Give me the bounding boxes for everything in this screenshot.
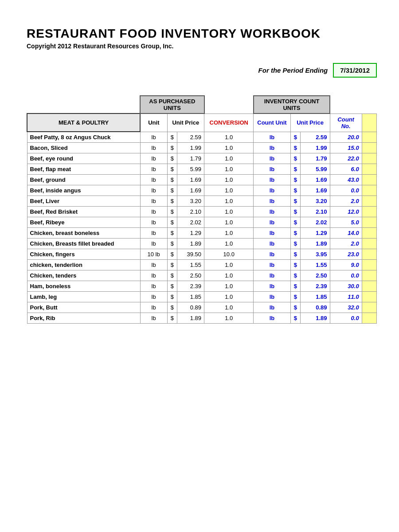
row-conv: 1.0 bbox=[204, 292, 254, 302]
row-count-no[interactable]: 43.0 bbox=[330, 175, 362, 185]
row-extra bbox=[362, 249, 376, 260]
table-row: chicken, tenderlion lb $ 1.55 1.0 lb $ 1… bbox=[27, 260, 377, 270]
row-name: Beef, ground bbox=[27, 175, 140, 185]
row-count-no[interactable]: 0.0 bbox=[330, 270, 362, 281]
row-unit-ap: lb bbox=[140, 207, 167, 217]
row-price-inv: 2.59 bbox=[301, 132, 330, 143]
row-count-no[interactable]: 20.0 bbox=[330, 132, 362, 143]
row-count-no[interactable]: 0.0 bbox=[330, 185, 362, 196]
row-dollar-ap: $ bbox=[167, 249, 177, 260]
row-count-unit: lb bbox=[254, 217, 290, 228]
row-name: Pork, Butt bbox=[27, 302, 140, 313]
row-count-no[interactable]: 6.0 bbox=[330, 164, 362, 175]
row-count-unit: lb bbox=[254, 281, 290, 292]
row-price-inv: 1.89 bbox=[301, 239, 330, 249]
row-conv: 10.0 bbox=[204, 249, 254, 260]
row-count-no[interactable]: 12.0 bbox=[330, 207, 362, 217]
row-count-no[interactable]: 14.0 bbox=[330, 228, 362, 239]
table-row: Beef, inside angus lb $ 1.69 1.0 lb $ 1.… bbox=[27, 185, 377, 196]
row-conv: 1.0 bbox=[204, 260, 254, 270]
row-price-inv: 1.69 bbox=[301, 185, 330, 196]
group-header-row: AS PURCHASED UNITS INVENTORY COUNT UNITS bbox=[27, 96, 377, 113]
page-title: RESTAURANT FOOD INVENTORY WORKBOOK bbox=[27, 27, 377, 41]
row-count-no[interactable]: 5.0 bbox=[330, 217, 362, 228]
table-row: Chicken, tenders lb $ 2.50 1.0 lb $ 2.50… bbox=[27, 270, 377, 281]
row-extra bbox=[362, 239, 376, 249]
row-count-no[interactable]: 32.0 bbox=[330, 302, 362, 313]
row-price-ap: 3.20 bbox=[177, 196, 204, 207]
row-count-no[interactable]: 22.0 bbox=[330, 153, 362, 164]
row-count-no[interactable]: 15.0 bbox=[330, 143, 362, 153]
table-row: Chicken, breast boneless lb $ 1.29 1.0 l… bbox=[27, 228, 377, 239]
table-row: Beef Patty, 8 oz Angus Chuck lb $ 2.59 1… bbox=[27, 132, 377, 143]
table-row: Lamb, leg lb $ 1.85 1.0 lb $ 1.85 11.0 bbox=[27, 292, 377, 302]
row-price-inv: 2.39 bbox=[301, 281, 330, 292]
empty-header-3 bbox=[330, 96, 362, 113]
category-header: MEAT & POULTRY bbox=[27, 113, 140, 132]
table-row: Pork, Butt lb $ 0.89 1.0 lb $ 0.89 32.0 bbox=[27, 302, 377, 313]
row-extra bbox=[362, 260, 376, 270]
row-count-unit: lb bbox=[254, 164, 290, 175]
row-dollar-ap: $ bbox=[167, 185, 177, 196]
period-row: For the Period Ending 7/31/2012 bbox=[27, 63, 377, 78]
row-count-unit: lb bbox=[254, 196, 290, 207]
row-count-no[interactable]: 9.0 bbox=[330, 260, 362, 270]
row-extra bbox=[362, 196, 376, 207]
row-extra bbox=[362, 185, 376, 196]
row-dollar-inv: $ bbox=[290, 313, 300, 324]
row-dollar-ap: $ bbox=[167, 302, 177, 313]
row-dollar-ap: $ bbox=[167, 132, 177, 143]
row-count-unit: lb bbox=[254, 143, 290, 153]
row-conv: 1.0 bbox=[204, 228, 254, 239]
row-dollar-inv: $ bbox=[290, 185, 300, 196]
table-row: Ham, boneless lb $ 2.39 1.0 lb $ 2.39 30… bbox=[27, 281, 377, 292]
row-extra bbox=[362, 143, 376, 153]
row-price-ap: 1.55 bbox=[177, 260, 204, 270]
row-unit-ap: lb bbox=[140, 153, 167, 164]
row-extra bbox=[362, 207, 376, 217]
row-count-unit: lb bbox=[254, 175, 290, 185]
row-count-unit: lb bbox=[254, 228, 290, 239]
inventory-count-header: INVENTORY COUNT UNITS bbox=[254, 96, 330, 113]
row-name: Beef Patty, 8 oz Angus Chuck bbox=[27, 132, 140, 143]
as-purchased-header: AS PURCHASED UNITS bbox=[140, 96, 204, 113]
row-price-inv: 2.50 bbox=[301, 270, 330, 281]
row-price-ap: 1.79 bbox=[177, 153, 204, 164]
row-dollar-inv: $ bbox=[290, 270, 300, 281]
row-extra bbox=[362, 217, 376, 228]
row-price-inv: 3.95 bbox=[301, 249, 330, 260]
row-count-unit: lb bbox=[254, 313, 290, 324]
row-dollar-ap: $ bbox=[167, 164, 177, 175]
row-unit-ap: lb bbox=[140, 143, 167, 153]
row-extra bbox=[362, 281, 376, 292]
row-price-ap: 1.89 bbox=[177, 239, 204, 249]
row-count-no[interactable]: 2.0 bbox=[330, 196, 362, 207]
sub-header-row: MEAT & POULTRY Unit Unit Price CONVERSIO… bbox=[27, 113, 377, 132]
row-count-no[interactable]: 11.0 bbox=[330, 292, 362, 302]
row-price-inv: 1.69 bbox=[301, 175, 330, 185]
row-count-no[interactable]: 2.0 bbox=[330, 239, 362, 249]
row-name: Chicken, Breasts fillet breaded bbox=[27, 239, 140, 249]
row-name: Chicken, tenders bbox=[27, 270, 140, 281]
row-count-unit: lb bbox=[254, 185, 290, 196]
row-dollar-inv: $ bbox=[290, 175, 300, 185]
period-label: For the Period Ending bbox=[258, 66, 328, 74]
row-price-ap: 2.39 bbox=[177, 281, 204, 292]
row-unit-ap: lb bbox=[140, 239, 167, 249]
row-dollar-ap: $ bbox=[167, 239, 177, 249]
row-count-unit: lb bbox=[254, 260, 290, 270]
empty-header-2 bbox=[204, 96, 254, 113]
row-count-no[interactable]: 23.0 bbox=[330, 249, 362, 260]
row-conv: 1.0 bbox=[204, 175, 254, 185]
row-unit-ap: lb bbox=[140, 164, 167, 175]
row-name: Beef, flap meat bbox=[27, 164, 140, 175]
row-count-no[interactable]: 30.0 bbox=[330, 281, 362, 292]
row-conv: 1.0 bbox=[204, 185, 254, 196]
row-count-unit: lb bbox=[254, 292, 290, 302]
unit-price-inv-header: Unit Price bbox=[290, 113, 330, 132]
row-count-unit: lb bbox=[254, 207, 290, 217]
row-price-ap: 2.02 bbox=[177, 217, 204, 228]
period-value[interactable]: 7/31/2012 bbox=[333, 63, 377, 78]
row-count-no[interactable]: 0.0 bbox=[330, 313, 362, 324]
conversion-header: CONVERSION bbox=[204, 113, 254, 132]
